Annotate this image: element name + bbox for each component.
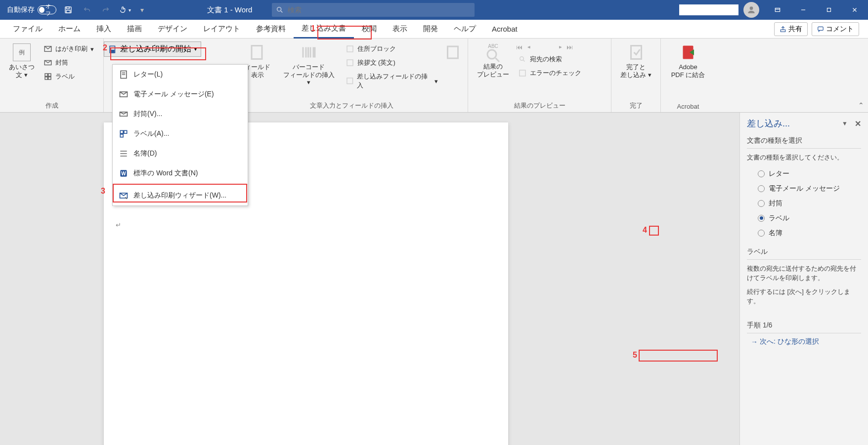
greeting-text-button[interactable]: 例 あいさつ 文 ▾ (5, 41, 39, 81)
svg-rect-18 (347, 46, 353, 52)
document-area: ↵ (0, 113, 739, 445)
insert-merge-field-button[interactable]: 差し込みフィールドの挿入 ▾ (344, 71, 440, 91)
tab-mailings[interactable]: 差し込み文書 (294, 20, 354, 39)
ribbon-tabs: ファイル ホーム 挿入 描画 デザイン レイアウト 参考資料 差し込み文書 校閲… (0, 20, 868, 39)
autosave-toggle[interactable]: 自動保存 オフ (7, 5, 56, 14)
check-icon (518, 69, 527, 78)
taskpane-close-button[interactable]: ✕ (855, 119, 861, 128)
tab-design[interactable]: デザイン (150, 20, 195, 39)
radio-label[interactable]: ラベル (747, 211, 861, 226)
dropdown-normal-word[interactable]: W 標準の Word 文書(N) (113, 163, 248, 183)
svg-rect-8 (818, 27, 824, 30)
close-button[interactable] (842, 0, 867, 20)
search-icon (276, 6, 284, 14)
tab-home[interactable]: ホーム (50, 20, 88, 39)
greeting-label-1: あいさつ (9, 63, 35, 71)
tab-insert[interactable]: 挿入 (88, 20, 119, 39)
comment-label: コメント (826, 25, 854, 34)
radio-envelope[interactable]: 封筒 (747, 196, 861, 211)
account-avatar[interactable] (743, 2, 759, 18)
example-icon: 例 (13, 43, 31, 61)
barcode-button[interactable]: バーコード フィールドの挿入 ▾ (277, 41, 341, 88)
section-label-text1: 複数の宛先に送付するための宛先を付けてラベルを印刷します。 (747, 264, 861, 283)
radio-icon (758, 230, 765, 237)
user-name-box[interactable] (679, 4, 738, 15)
wizard-icon (119, 191, 129, 201)
title-bar: 自動保存 オフ ▾ ▾ 文書 1 - Word (0, 0, 868, 20)
share-label: 共有 (788, 25, 802, 34)
radio-icon-checked (758, 215, 765, 222)
dropdown-letters[interactable]: レター(L) (113, 65, 248, 84)
dropdown-labels[interactable]: ラベル(A)... (113, 124, 248, 144)
section-doc-type-title: 文書の種類を選択 (747, 136, 861, 145)
document-title: 文書 1 - Word (207, 5, 252, 15)
radio-icon (758, 170, 765, 177)
radio-email[interactable]: 電子メール メッセージ (747, 181, 861, 196)
section-label-title: ラベル (747, 247, 861, 256)
greeting-label-2: 文 (16, 71, 22, 79)
search-input[interactable] (288, 6, 471, 14)
svg-rect-13 (45, 77, 47, 80)
tab-references[interactable]: 参考資料 (248, 20, 294, 39)
next-step-link[interactable]: → 次へ: ひな形の選択 (751, 337, 861, 346)
minimize-button[interactable] (791, 0, 816, 20)
ribbon-display-button[interactable] (765, 0, 790, 20)
tab-layout[interactable]: レイアウト (195, 20, 248, 39)
start-mail-merge-button[interactable]: 差し込み印刷の開始 ▾ (104, 41, 201, 57)
section-doc-type-instruction: 文書の種類を選択してください。 (747, 153, 861, 162)
collapse-ribbon-button[interactable]: ⌃ (858, 101, 864, 109)
maximize-button[interactable] (817, 0, 841, 20)
svg-rect-32 (120, 134, 123, 137)
tab-acrobat[interactable]: Acrobat (484, 20, 525, 39)
tab-developer[interactable]: 開発 (415, 20, 446, 39)
svg-point-23 (520, 57, 524, 61)
touch-mode-button[interactable]: ▾ (118, 3, 131, 17)
svg-rect-5 (775, 8, 780, 12)
start-mail-merge-dropdown: レター(L) 電子メール メッセージ(E) 封筒(V)... ラベル(A)...… (112, 64, 248, 206)
dropdown-wizard[interactable]: 差し込み印刷ウィザード(W)... (113, 186, 248, 205)
tab-view[interactable]: 表示 (385, 20, 415, 39)
start-merge-label: 差し込み印刷の開始 (120, 44, 191, 54)
letter-icon (119, 70, 129, 80)
highlight-icon (249, 43, 266, 61)
check-errors-button[interactable]: エラーのチェック (516, 68, 583, 79)
step-label: 手順 1/6 (747, 321, 861, 330)
address-block-button[interactable]: 住所ブロック (344, 43, 440, 54)
dropdown-email[interactable]: 電子メール メッセージ(E) (113, 84, 248, 104)
finish-icon (627, 43, 645, 61)
radio-directory[interactable]: 名簿 (747, 226, 861, 241)
preview-results-button[interactable]: ABC 結果の プレビュー (473, 41, 513, 80)
share-button[interactable]: 共有 (774, 22, 808, 36)
section-label-text2: 続行するには [次へ] をクリックします。 (747, 287, 861, 306)
greeting-line-button[interactable]: 挨拶文 (英文) (344, 57, 440, 68)
record-nav[interactable]: ⏮ ◀ ▶ ⏭ (516, 43, 583, 51)
redo-button[interactable] (99, 3, 113, 17)
undo-button[interactable] (80, 3, 94, 17)
radio-icon (758, 185, 765, 192)
search-box[interactable] (272, 3, 475, 17)
rules-button[interactable] (443, 41, 463, 63)
group-finish-label: 完了 (616, 99, 655, 111)
save-button[interactable] (61, 3, 75, 17)
dropdown-directory[interactable]: 名簿(D) (113, 144, 248, 163)
tab-draw[interactable]: 描画 (119, 20, 150, 39)
comment-button[interactable]: コメント (812, 22, 859, 36)
taskpane-dropdown-icon[interactable]: ▼ (842, 120, 848, 127)
word-icon: W (119, 168, 129, 178)
dropdown-envelopes[interactable]: 封筒(V)... (113, 104, 248, 124)
envelope-button[interactable]: 封筒 (42, 57, 96, 68)
tab-file[interactable]: ファイル (5, 20, 50, 39)
merge-to-pdf-button[interactable]: Adobe PDF に結合 (667, 41, 709, 81)
find-icon (518, 55, 527, 64)
svg-rect-30 (120, 130, 123, 133)
taskpane-title: 差し込み... (747, 118, 790, 129)
postcard-print-button[interactable]: はがき印刷 ▾ (42, 43, 96, 54)
autosave-label: 自動保存 (7, 5, 35, 14)
finish-merge-button[interactable]: 完了と 差し込み ▾ (616, 41, 655, 81)
label-button[interactable]: ラベル (42, 71, 96, 82)
tab-review[interactable]: 校閲 (354, 20, 385, 39)
find-recipient-button[interactable]: 宛先の検索 (516, 54, 583, 65)
radio-letter[interactable]: レター (747, 166, 861, 181)
group-fields-label: 文章入力とフィールドの挿入 (241, 99, 463, 111)
tab-help[interactable]: ヘルプ (446, 20, 484, 39)
